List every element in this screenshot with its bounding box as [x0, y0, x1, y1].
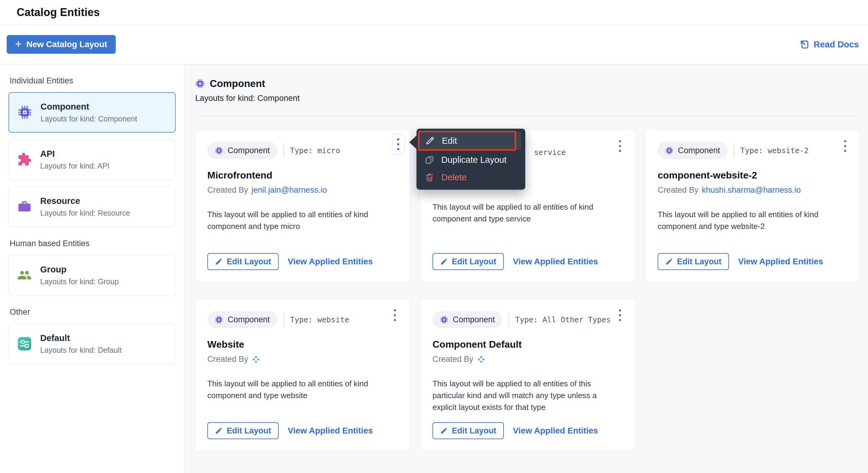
- sidebar-item-default[interactable]: Default Layouts for kind: Default: [8, 324, 176, 364]
- menu-item-duplicate-layout[interactable]: Duplicate Layout: [416, 151, 525, 169]
- created-by-row: Created By jenil.jain@harness.io: [207, 185, 398, 195]
- layouts-main-panel: Component Layouts for kind: Component Co…: [184, 64, 868, 473]
- type-value: website: [317, 315, 349, 324]
- layout-description: This layout will be applied to all entit…: [433, 201, 621, 225]
- card-menu-button[interactable]: [616, 137, 624, 155]
- sidebar-item-text: Resource Layouts for kind: Resource: [40, 196, 130, 217]
- new-catalog-layout-button[interactable]: + New Catalog Layout: [7, 35, 116, 54]
- edit-layout-button[interactable]: Edit Layout: [658, 253, 729, 270]
- menu-item-label: Delete: [441, 172, 467, 182]
- card-footer: Edit Layout View Applied Entities: [658, 253, 823, 270]
- chip-divider: [283, 313, 284, 327]
- kind-chip-label: Component: [453, 315, 495, 325]
- created-by-row: Created By khushi.sharma@harness.io: [658, 185, 848, 195]
- component-chip-icon: [215, 146, 223, 155]
- sidebar-item-subtitle: Layouts for kind: Resource: [40, 209, 130, 217]
- section-heading-individual-entities: Individual Entities: [10, 76, 176, 86]
- pencil-icon: [440, 427, 448, 435]
- view-applied-entities-link[interactable]: View Applied Entities: [513, 426, 598, 436]
- kind-chip: Component: [207, 311, 277, 328]
- card-menu-button[interactable]: [392, 134, 404, 154]
- delete-trash-icon: [424, 172, 435, 182]
- main-subtitle: Layouts for kind: Component: [195, 94, 868, 103]
- layout-title: Microfrontend: [207, 170, 398, 181]
- type-value: micro: [317, 146, 340, 155]
- edit-layout-button[interactable]: Edit Layout: [207, 253, 279, 270]
- group-people-icon: [17, 268, 32, 282]
- sidebar-item-subtitle: Layouts for kind: API: [40, 162, 110, 170]
- created-by-label: Created By: [658, 185, 699, 195]
- read-docs-link[interactable]: Read Docs: [799, 39, 859, 49]
- card-header: Component Type: website: [207, 311, 398, 328]
- kind-chip-label: Component: [227, 315, 270, 325]
- type-label: Type:: [290, 146, 313, 155]
- created-by-row: Created By: [433, 354, 623, 364]
- new-catalog-layout-label: New Catalog Layout: [26, 40, 107, 49]
- view-applied-entities-link[interactable]: View Applied Entities: [513, 257, 598, 266]
- sidebar-item-component[interactable]: Component Layouts for kind: Component: [8, 92, 176, 133]
- edit-layout-button[interactable]: Edit Layout: [433, 422, 504, 439]
- card-menu-button[interactable]: [391, 306, 399, 324]
- card-footer: Edit Layout View Applied Entities: [433, 253, 598, 270]
- sidebar-item-text: API Layouts for kind: API: [40, 149, 110, 170]
- menu-item-edit[interactable]: Edit: [419, 132, 521, 150]
- card-header: Component Type: website-2: [658, 142, 848, 159]
- layout-description: This layout will be applied to all entit…: [207, 378, 396, 401]
- view-applied-entities-link[interactable]: View Applied Entities: [288, 257, 373, 266]
- duplicate-copy-icon: [424, 155, 435, 165]
- sidebar-item-subtitle: Layouts for kind: Group: [40, 277, 119, 286]
- sidebar-item-resource[interactable]: Resource Layouts for kind: Resource: [8, 187, 176, 227]
- main-header: Component: [195, 78, 868, 90]
- card-header: Component Type: micro: [207, 142, 398, 159]
- created-by-email-link[interactable]: jenil.jain@harness.io: [251, 185, 327, 195]
- card-header: Component Type: All Other Types: [433, 311, 623, 328]
- view-applied-entities-link[interactable]: View Applied Entities: [738, 257, 823, 266]
- layout-card-component-default: Component Type: All Other Types Componen…: [421, 299, 635, 451]
- type-value: service: [534, 148, 566, 157]
- kind-chip-label: Component: [678, 146, 720, 155]
- api-puzzle-icon: [17, 152, 32, 167]
- menu-item-delete[interactable]: Delete: [416, 169, 525, 186]
- edit-pencil-icon: [425, 136, 435, 146]
- component-chip-icon: [440, 316, 448, 324]
- card-footer: Edit Layout View Applied Entities: [207, 422, 373, 439]
- created-by-label: Created By: [433, 354, 473, 364]
- layout-card-website: Component Type: website Website Created …: [195, 299, 410, 451]
- card-footer: Edit Layout View Applied Entities: [207, 253, 373, 270]
- harness-logo-icon: [476, 355, 486, 364]
- menu-item-label: Edit: [442, 136, 457, 146]
- card-footer: Edit Layout View Applied Entities: [433, 422, 598, 439]
- kind-chip-label: Component: [227, 146, 270, 155]
- pencil-icon: [215, 427, 223, 435]
- sidebar-item-api[interactable]: API Layouts for kind: API: [8, 139, 176, 180]
- created-by-label: Created By: [207, 185, 248, 195]
- chip-divider: [283, 143, 284, 157]
- type-label: Type:: [740, 146, 763, 155]
- type-value: All Other Types: [542, 315, 611, 324]
- edit-layout-button[interactable]: Edit Layout: [433, 253, 504, 270]
- layout-card-component-website-2: Component Type: website-2 component-webs…: [646, 130, 860, 282]
- pencil-icon: [215, 258, 223, 266]
- content-split: Individual Entities Component Layouts fo…: [0, 64, 868, 473]
- chip-divider: [734, 143, 735, 157]
- sidebar-item-text: Default Layouts for kind: Default: [40, 333, 122, 354]
- page-title: Catalog Entities: [17, 6, 100, 19]
- resource-briefcase-icon: [17, 199, 32, 214]
- card-menu-button[interactable]: [841, 137, 849, 155]
- card-menu-button[interactable]: [616, 306, 624, 324]
- harness-logo-icon: [251, 355, 260, 364]
- main-title: Component: [210, 78, 265, 90]
- default-sliders-icon: [17, 336, 32, 351]
- view-applied-entities-link[interactable]: View Applied Entities: [288, 426, 373, 436]
- section-heading-other: Other: [10, 307, 176, 317]
- created-by-email-link[interactable]: khushi.sharma@harness.io: [702, 185, 801, 195]
- layout-description: This layout will be applied to all entit…: [433, 378, 621, 413]
- edit-layout-button[interactable]: Edit Layout: [207, 422, 279, 439]
- type-label: Type:: [515, 315, 538, 324]
- type-text: Type: micro: [290, 146, 340, 155]
- type-label: Type:: [290, 315, 313, 324]
- main-divider: [195, 116, 860, 116]
- toolbar: + New Catalog Layout Read Docs: [0, 25, 868, 64]
- menu-item-label: Duplicate Layout: [441, 155, 506, 165]
- sidebar-item-group[interactable]: Group Layouts for kind: Group: [8, 255, 176, 295]
